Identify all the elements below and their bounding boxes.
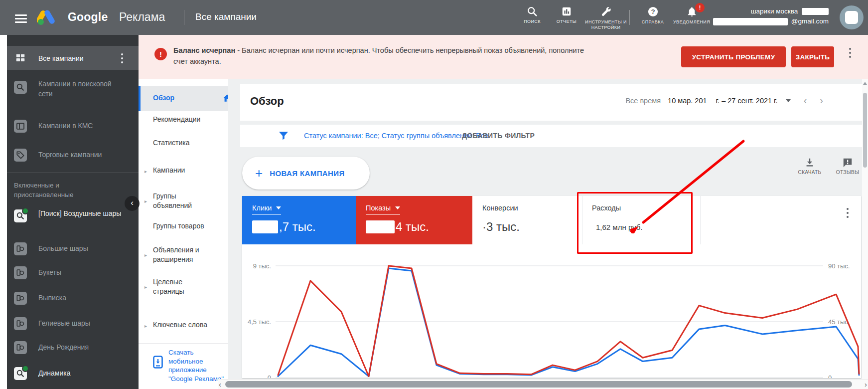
- tools-settings-button[interactable]: ИНСТРУМЕНТЫ И НАСТРОЙКИ: [584, 6, 628, 30]
- sidebar-section-label: Включенные и приостановленные: [14, 181, 114, 199]
- date-preset-label: Все время: [625, 97, 661, 105]
- campaign-paused-icon: [14, 242, 27, 255]
- brand-product: Реклама: [119, 10, 165, 24]
- chart-line-Клики: [278, 268, 859, 377]
- help-icon: ?: [647, 6, 659, 17]
- next-period-button[interactable]: ›: [820, 95, 823, 106]
- close-alert-button[interactable]: ЗАКРЫТЬ: [791, 46, 834, 67]
- account-redaction: [802, 8, 829, 15]
- hamburger-menu-button[interactable]: [15, 12, 27, 25]
- balance-alert-banner: ! Баланс исчерпан - Баланс исчерпан или …: [139, 35, 868, 79]
- topbar-divider: [184, 10, 184, 25]
- campaign-name: Динамика: [38, 368, 123, 378]
- search-icon: [527, 6, 538, 17]
- nav-item-overview-selected[interactable]: Обзор: [139, 86, 238, 111]
- nav-item-ads-extensions[interactable]: ▸ Объявления и расширения: [139, 245, 228, 265]
- horizontal-scrollbar-thumb[interactable]: [225, 381, 852, 388]
- sidebar-item-all-campaigns[interactable]: Все кампании: [7, 46, 139, 70]
- collapse-chevron-icon: ‹: [131, 198, 134, 207]
- campaign-paused-icon: [14, 266, 27, 279]
- search-button[interactable]: ПОИСК: [518, 6, 546, 24]
- campaign-paused-icon: [14, 317, 27, 330]
- vertical-scrollbar-thumb[interactable]: [863, 93, 867, 168]
- alert-text: Баланс исчерпан - Баланс исчерпан или по…: [173, 45, 594, 67]
- svg-text:0: 0: [268, 374, 271, 378]
- nav-item-keywords[interactable]: ▸ Ключевые слова: [139, 320, 228, 330]
- sidebar-item-search-campaigns[interactable]: Кампании в поисковой сети: [7, 79, 139, 105]
- wrench-icon: [600, 6, 612, 17]
- shopping-tag-icon: [14, 149, 27, 162]
- vertical-scrollbar[interactable]: [862, 79, 868, 379]
- nav-item-recommendations[interactable]: Рекомендации: [139, 115, 228, 125]
- active-status-dot: [22, 365, 29, 372]
- account-email-suffix: @gmail.com: [791, 17, 829, 25]
- display-campaign-icon: [14, 120, 27, 133]
- svg-text:4,5 тыс.: 4,5 тыс.: [248, 318, 271, 326]
- section-nav: Рекомендации Статистика ▸ Кампании ▸ Гру…: [139, 79, 229, 389]
- scroll-left-arrow[interactable]: ‹: [219, 380, 221, 389]
- scroll-up-arrow[interactable]: [863, 82, 867, 85]
- sidebar-campaign-dynamics[interactable]: Динамика: [7, 368, 139, 385]
- nav-item-product-groups[interactable]: Группы товаров: [139, 221, 228, 231]
- date-dropdown-caret-icon: [786, 99, 791, 102]
- account-name: шарики москва: [751, 7, 798, 15]
- sidebar-campaign-search-balloons[interactable]: [Поиск] Воздушные шары: [7, 208, 139, 236]
- nav-item-campaigns[interactable]: ▸ Кампании: [139, 166, 228, 176]
- date-range-control[interactable]: Все время 10 мар. 201 г. – 27 сент. 2021…: [625, 95, 823, 106]
- sidebar-item-shopping-campaigns[interactable]: Торговые кампании: [7, 150, 139, 170]
- feedback-button[interactable]: ОТЗЫВЫ: [833, 157, 862, 175]
- download-icon: [804, 157, 815, 168]
- alert-more-options-button[interactable]: [846, 48, 854, 58]
- sidebar-campaign-birthday[interactable]: День Рождения: [7, 342, 139, 359]
- all-campaigns-more-button[interactable]: [119, 53, 126, 63]
- filter-funnel-icon: [279, 131, 289, 140]
- search-campaign-icon: [14, 81, 27, 94]
- new-campaign-button[interactable]: + НОВАЯ КАМПАНИЯ: [242, 157, 370, 190]
- svg-text:90 тыс.: 90 тыс.: [828, 262, 850, 270]
- campaigns-sidebar: Все кампании Кампании в поисковой сети К…: [7, 35, 139, 389]
- page-header: Обзор Все время 10 мар. 201 г. – 27 сент…: [240, 84, 862, 121]
- overview-chart-card: Клики ,7 тыс. Показы 4 тыс. Конверсии ·3…: [242, 196, 861, 378]
- nav-item-statistics[interactable]: Статистика: [139, 138, 228, 148]
- campaign-search-icon: [14, 209, 27, 222]
- expand-arrow-icon: ▸: [145, 167, 147, 176]
- email-redaction: [713, 18, 788, 25]
- notifications-button[interactable]: ! УВЕДОМЛЕНИЯ: [671, 6, 713, 25]
- sidebar-item-label: Все кампании: [38, 53, 123, 63]
- alert-message: - Баланс исчерпан или почти исчерпан. Чт…: [173, 46, 584, 65]
- sidebar-campaign-bouquets[interactable]: Букеты: [7, 267, 139, 284]
- expand-arrow-icon: ▸: [145, 250, 147, 260]
- sidebar-campaign-vypiska[interactable]: Выписка: [7, 293, 139, 310]
- avatar[interactable]: [840, 5, 864, 29]
- previous-period-button[interactable]: ‹: [804, 95, 807, 106]
- scroll-right-arrow[interactable]: ›: [865, 380, 867, 389]
- performance-line-chart: 9 тыс.90 тыс.4,5 тыс.45 тыс.00: [242, 196, 861, 378]
- horizontal-scrollbar[interactable]: ‹ ›: [218, 379, 868, 389]
- campaign-paused-icon: [14, 341, 27, 354]
- help-button[interactable]: ? СПРАВКА: [639, 6, 667, 25]
- nav-item-landing-pages[interactable]: ▸ Целевые страницы: [139, 277, 228, 297]
- collapse-nav-button[interactable]: ‹: [125, 196, 140, 211]
- campaign-name: [Поиск] Воздушные шары: [38, 208, 123, 218]
- google-ads-app: Google Реклама Все кампании ПОИСК ОТЧЕТЫ: [0, 0, 868, 389]
- grid-icon: [15, 52, 26, 63]
- add-filter-button[interactable]: ДОБАВИТЬ ФИЛЬТР: [462, 132, 535, 140]
- sidebar-campaign-helium-balloons[interactable]: Гелиевые шары: [7, 318, 139, 335]
- expand-arrow-icon: ▸: [145, 321, 147, 331]
- filter-summary[interactable]: Статус кампании: Все; Статус группы объя…: [304, 132, 488, 140]
- sidebar-item-display-campaigns[interactable]: Кампании в КМС: [7, 121, 139, 141]
- topbar-context-title: Все кампании: [195, 11, 257, 22]
- chart-line-Показы: [278, 266, 859, 377]
- fix-problem-button[interactable]: УСТРАНИТЬ ПРОБЛЕМУ: [681, 46, 786, 67]
- campaign-paused-icon: [14, 292, 27, 305]
- left-page-margin: [0, 35, 7, 389]
- reports-button[interactable]: ОТЧЕТЫ: [552, 6, 581, 24]
- campaign-name: Букеты: [38, 267, 123, 277]
- selected-indicator: [139, 86, 141, 111]
- sidebar-campaign-big-balloons[interactable]: Большие шары: [7, 243, 139, 260]
- nav-item-ad-groups[interactable]: ▸ Группы объявлений: [139, 192, 228, 211]
- download-report-button[interactable]: СКАЧАТЬ: [795, 157, 824, 175]
- campaign-name: Гелиевые шары: [38, 318, 123, 328]
- active-status-dot: [22, 207, 29, 214]
- account-info[interactable]: шарики москва @gmail.com: [713, 6, 829, 26]
